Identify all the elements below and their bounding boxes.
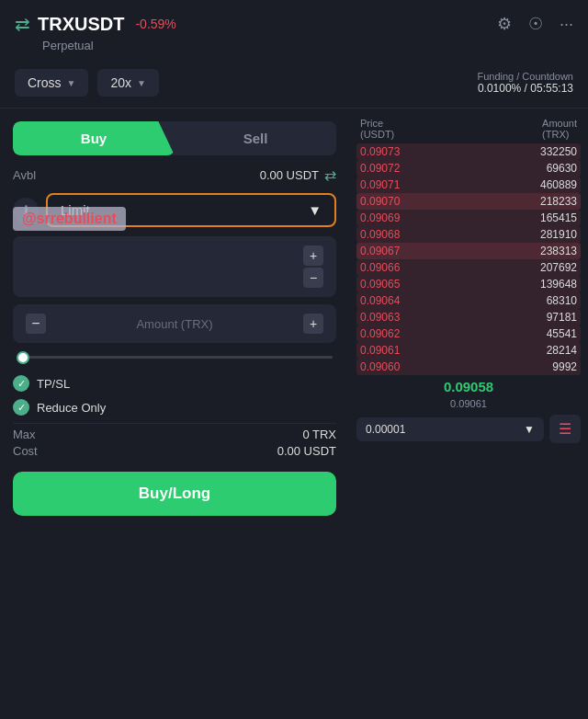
- ask-amount: 207692: [540, 261, 577, 274]
- ask-amount: 28214: [547, 344, 577, 357]
- ask-row[interactable]: 0.09070218233: [356, 193, 581, 210]
- tab-sell[interactable]: Sell: [175, 121, 336, 155]
- ask-price: 0.09066: [360, 261, 400, 274]
- avbl-row: Avbl 0.00 USDT ⇄: [13, 166, 336, 184]
- price-change: -0.59%: [135, 17, 175, 31]
- ask-price: 0.09061: [360, 344, 400, 357]
- order-type-selector[interactable]: Limit ▼: [46, 193, 336, 227]
- reduce-only-checkbox[interactable]: ✓: [13, 399, 29, 416]
- leverage-dropdown[interactable]: 20x ▼: [97, 69, 158, 97]
- ask-amount: 218233: [540, 195, 577, 208]
- ask-amount: 165415: [540, 211, 577, 224]
- controls-bar: Cross ▼ 20x ▼ Funding / Countdown 0.0100…: [0, 62, 588, 104]
- header: ⇄ TRXUSDT -0.59% ⚙ ☉ ···: [0, 0, 588, 39]
- orderbook-layout-btn[interactable]: ☰: [549, 415, 581, 443]
- amount-placeholder: Amount (TRX): [136, 317, 212, 331]
- ask-amount: 332250: [540, 145, 577, 158]
- swap-icon: ⇄: [15, 13, 30, 35]
- chevron-down-icon-2: ▼: [137, 78, 146, 88]
- ask-price: 0.09072: [360, 162, 400, 175]
- ask-row[interactable]: 0.0906245541: [356, 325, 581, 342]
- ask-row[interactable]: 0.09073332250: [356, 143, 581, 160]
- tpsl-row: ✓ TP/SL: [13, 375, 336, 392]
- settings-icon[interactable]: ☉: [528, 14, 543, 34]
- avbl-value: 0.00 USDT: [260, 168, 319, 182]
- transfer-icon[interactable]: ⇄: [324, 166, 336, 184]
- reduce-only-label: Reduce Only: [37, 401, 106, 415]
- chevron-down-icon: ▼: [67, 78, 76, 88]
- ask-row[interactable]: 0.09068281910: [356, 226, 581, 243]
- buy-long-button[interactable]: Buy/Long: [13, 472, 336, 516]
- ask-amount: 68310: [547, 294, 577, 307]
- amount-increment-btn[interactable]: +: [303, 314, 323, 334]
- asks-container: 0.090733322500.09072696300.090714608890.…: [356, 143, 581, 375]
- ask-amount: 69630: [547, 162, 577, 175]
- orderbook-panel: Price(USDT) Amount(TRX) 0.090733322500.0…: [349, 112, 588, 525]
- ask-price: 0.09067: [360, 245, 400, 257]
- tick-dropdown[interactable]: 0.00001 ▼: [356, 417, 544, 441]
- margin-type-dropdown[interactable]: Cross ▼: [15, 69, 88, 97]
- price-controls: + −: [303, 245, 323, 288]
- ask-amount: 97181: [547, 311, 577, 324]
- avbl-label: Avbl: [13, 168, 36, 182]
- tpsl-checkbox[interactable]: ✓: [13, 375, 29, 392]
- ask-price: 0.09070: [360, 195, 400, 208]
- cost-label: Cost: [13, 444, 38, 458]
- buy-sell-tabs: Buy Sell: [13, 121, 336, 155]
- ask-price: 0.09073: [360, 145, 400, 158]
- cost-value: 0.00 USDT: [277, 444, 336, 458]
- max-value: 0 TRX: [302, 428, 336, 441]
- ask-row[interactable]: 0.09067238313: [356, 243, 581, 259]
- ask-price: 0.09069: [360, 211, 400, 224]
- ask-price: 0.09063: [360, 311, 400, 324]
- ask-row[interactable]: 0.09069165415: [356, 210, 581, 226]
- mid-price: 0.09058: [356, 375, 581, 398]
- tick-value: 0.00001: [366, 423, 405, 436]
- tpsl-label: TP/SL: [37, 377, 70, 391]
- ask-price: 0.09060: [360, 360, 400, 373]
- header-icons: ⚙ ☉ ···: [497, 14, 573, 34]
- price-increment-btn[interactable]: +: [303, 245, 323, 266]
- main-layout: Buy Sell Avbl 0.00 USDT ⇄ ℹ Limit ▼ @srr…: [0, 112, 588, 525]
- info-icon[interactable]: ℹ: [13, 198, 39, 223]
- ask-row[interactable]: 0.0907269630: [356, 160, 581, 177]
- price-decrement-btn[interactable]: −: [303, 268, 323, 288]
- ask-price: 0.09068: [360, 228, 400, 241]
- ob-price-col-header: Price(USDT): [360, 118, 394, 140]
- funding-info: Funding / Countdown 0.0100% / 05:55:13: [477, 71, 573, 95]
- order-type-label: Limit: [61, 202, 90, 218]
- tab-buy[interactable]: Buy: [13, 121, 175, 155]
- left-panel: Buy Sell Avbl 0.00 USDT ⇄ ℹ Limit ▼ @srr…: [0, 112, 349, 525]
- ask-row[interactable]: 0.0906128214: [356, 342, 581, 359]
- ask-amount: 238313: [540, 245, 577, 257]
- avbl-value-row: 0.00 USDT ⇄: [260, 166, 336, 184]
- max-label: Max: [13, 428, 36, 441]
- chart-icon[interactable]: ⚙: [497, 14, 512, 34]
- chevron-down-icon-3: ▼: [308, 202, 322, 218]
- mid-price-sub: 0.09061: [356, 398, 581, 409]
- leverage-slider-track: [17, 356, 333, 359]
- reduce-only-row: ✓ Reduce Only: [13, 399, 336, 416]
- ask-row[interactable]: 0.09066207692: [356, 259, 581, 276]
- slider-row: [13, 350, 336, 364]
- cost-row: Cost 0.00 USDT: [13, 444, 336, 458]
- ask-row[interactable]: 0.090609992: [356, 359, 581, 375]
- ask-price: 0.09064: [360, 294, 400, 307]
- price-input[interactable]: 0.09053: [26, 259, 303, 274]
- more-icon[interactable]: ···: [560, 15, 573, 34]
- ob-header: Price(USDT) Amount(TRX): [356, 118, 581, 140]
- ask-row[interactable]: 0.0906397181: [356, 309, 581, 325]
- ask-row[interactable]: 0.09065139648: [356, 276, 581, 292]
- ask-row[interactable]: 0.0906468310: [356, 292, 581, 309]
- ask-amount: 45541: [547, 327, 577, 340]
- amount-decrement-btn[interactable]: −: [26, 314, 46, 334]
- funding-value: 0.0100% / 05:55:13: [477, 82, 573, 95]
- ask-row[interactable]: 0.09071460889: [356, 177, 581, 193]
- ob-amount-col-header: Amount(TRX): [542, 118, 577, 140]
- ask-price: 0.09062: [360, 327, 400, 340]
- ask-amount: 9992: [552, 360, 577, 373]
- funding-label: Funding / Countdown: [477, 71, 573, 82]
- amount-input-wrapper: − Amount (TRX) +: [13, 304, 336, 343]
- right-bottom: 0.00001 ▼ ☰: [356, 415, 581, 443]
- leverage-slider-thumb[interactable]: [17, 351, 29, 364]
